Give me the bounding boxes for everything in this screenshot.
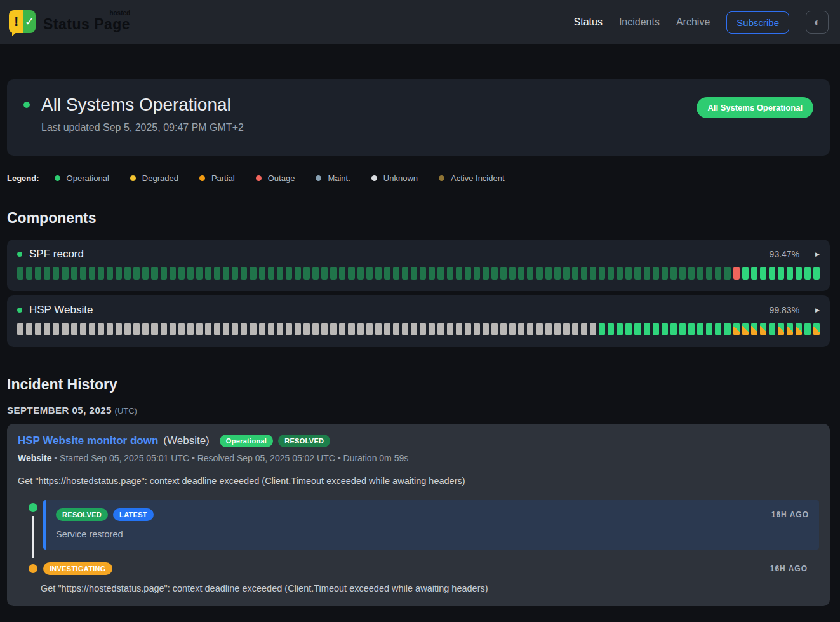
- component-card[interactable]: HSP Website99.83%▶: [7, 295, 830, 347]
- uptime-bar[interactable]: [751, 323, 757, 335]
- uptime-bar[interactable]: [572, 323, 578, 335]
- uptime-bar[interactable]: [590, 323, 596, 335]
- uptime-bar[interactable]: [277, 323, 283, 335]
- uptime-bar[interactable]: [133, 267, 140, 280]
- uptime-bar[interactable]: [375, 267, 382, 280]
- uptime-bar[interactable]: [447, 323, 453, 335]
- uptime-bar[interactable]: [107, 267, 113, 280]
- uptime-bar[interactable]: [608, 267, 614, 280]
- uptime-bar[interactable]: [653, 323, 659, 335]
- uptime-bar[interactable]: [196, 267, 203, 280]
- uptime-bar[interactable]: [339, 323, 345, 335]
- component-card[interactable]: SPF record93.47%▶: [7, 240, 830, 291]
- uptime-bar[interactable]: [733, 267, 740, 280]
- uptime-bar[interactable]: [71, 323, 77, 335]
- uptime-bar[interactable]: [44, 323, 50, 335]
- uptime-bar[interactable]: [813, 267, 820, 280]
- uptime-bar[interactable]: [250, 323, 256, 335]
- uptime-bar[interactable]: [411, 267, 417, 280]
- uptime-bar[interactable]: [62, 267, 68, 280]
- uptime-bar[interactable]: [124, 267, 131, 280]
- uptime-bar[interactable]: [697, 323, 703, 335]
- uptime-bar[interactable]: [483, 267, 489, 280]
- uptime-bar[interactable]: [348, 267, 354, 280]
- component-header[interactable]: SPF record93.47%▶: [17, 248, 820, 260]
- uptime-bar[interactable]: [491, 323, 498, 335]
- uptime-bar[interactable]: [518, 267, 524, 280]
- expand-triangle-icon[interactable]: ▶: [815, 251, 820, 257]
- uptime-bar[interactable]: [348, 323, 354, 335]
- uptime-bar[interactable]: [420, 267, 426, 280]
- uptime-bar[interactable]: [545, 267, 552, 280]
- uptime-bar[interactable]: [124, 323, 131, 335]
- uptime-bar[interactable]: [357, 267, 364, 280]
- uptime-bar[interactable]: [170, 267, 176, 280]
- uptime-bar[interactable]: [796, 323, 802, 335]
- uptime-bar[interactable]: [53, 323, 59, 335]
- uptime-bar[interactable]: [89, 267, 95, 280]
- uptime-bar[interactable]: [715, 267, 721, 280]
- uptime-bar[interactable]: [17, 323, 23, 335]
- uptime-bar[interactable]: [706, 267, 712, 280]
- uptime-bar[interactable]: [572, 267, 578, 280]
- uptime-bar[interactable]: [500, 323, 507, 335]
- uptime-bar[interactable]: [35, 267, 41, 280]
- uptime-bar[interactable]: [35, 323, 41, 335]
- uptime-bar[interactable]: [402, 323, 408, 335]
- uptime-bar[interactable]: [634, 323, 641, 335]
- uptime-bar[interactable]: [303, 267, 310, 280]
- uptime-bar[interactable]: [62, 323, 68, 335]
- uptime-bar[interactable]: [679, 267, 686, 280]
- uptime-bar[interactable]: [393, 323, 399, 335]
- uptime-bar[interactable]: [214, 267, 220, 280]
- uptime-bar[interactable]: [813, 323, 820, 335]
- uptime-bar[interactable]: [778, 267, 784, 280]
- uptime-bar[interactable]: [80, 323, 86, 335]
- uptime-bar[interactable]: [357, 323, 364, 335]
- uptime-bar[interactable]: [465, 267, 471, 280]
- uptime-bar[interactable]: [599, 323, 605, 335]
- uptime-bar[interactable]: [80, 267, 86, 280]
- uptime-bar[interactable]: [581, 323, 587, 335]
- uptime-bar[interactable]: [429, 267, 435, 280]
- uptime-bar[interactable]: [241, 267, 247, 280]
- brand[interactable]: ! ✓ Status Page hosted: [9, 8, 130, 36]
- uptime-bar[interactable]: [554, 323, 561, 335]
- uptime-bar[interactable]: [89, 323, 95, 335]
- uptime-bar[interactable]: [456, 267, 462, 280]
- uptime-bar[interactable]: [393, 267, 399, 280]
- uptime-bar[interactable]: [760, 267, 766, 280]
- uptime-bar[interactable]: [769, 323, 775, 335]
- uptime-bar[interactable]: [491, 267, 498, 280]
- uptime-bar[interactable]: [223, 323, 229, 335]
- uptime-bar[interactable]: [151, 323, 157, 335]
- uptime-bar[interactable]: [161, 323, 167, 335]
- uptime-bar[interactable]: [170, 323, 176, 335]
- uptime-bar[interactable]: [142, 267, 149, 280]
- uptime-bar[interactable]: [437, 267, 444, 280]
- uptime-bar[interactable]: [26, 267, 32, 280]
- uptime-bar[interactable]: [107, 323, 113, 335]
- uptime-bar[interactable]: [527, 267, 533, 280]
- uptime-bar[interactable]: [742, 267, 749, 280]
- uptime-bar[interactable]: [44, 267, 50, 280]
- uptime-bar[interactable]: [447, 267, 453, 280]
- uptime-bar[interactable]: [536, 267, 542, 280]
- uptime-bar[interactable]: [214, 323, 220, 335]
- uptime-bar[interactable]: [625, 323, 632, 335]
- uptime-bar[interactable]: [241, 323, 247, 335]
- uptime-bar[interactable]: [688, 267, 695, 280]
- uptime-bar[interactable]: [232, 267, 238, 280]
- uptime-bar[interactable]: [706, 323, 712, 335]
- nav-status[interactable]: Status: [574, 17, 603, 28]
- uptime-bar[interactable]: [71, 267, 77, 280]
- uptime-bar[interactable]: [196, 323, 203, 335]
- uptime-bar[interactable]: [98, 323, 104, 335]
- uptime-bar[interactable]: [590, 267, 596, 280]
- uptime-bar[interactable]: [733, 323, 740, 335]
- uptime-bar[interactable]: [411, 323, 417, 335]
- uptime-bar[interactable]: [286, 267, 292, 280]
- uptime-bar[interactable]: [312, 323, 319, 335]
- uptime-bar[interactable]: [581, 267, 587, 280]
- uptime-bar[interactable]: [787, 267, 793, 280]
